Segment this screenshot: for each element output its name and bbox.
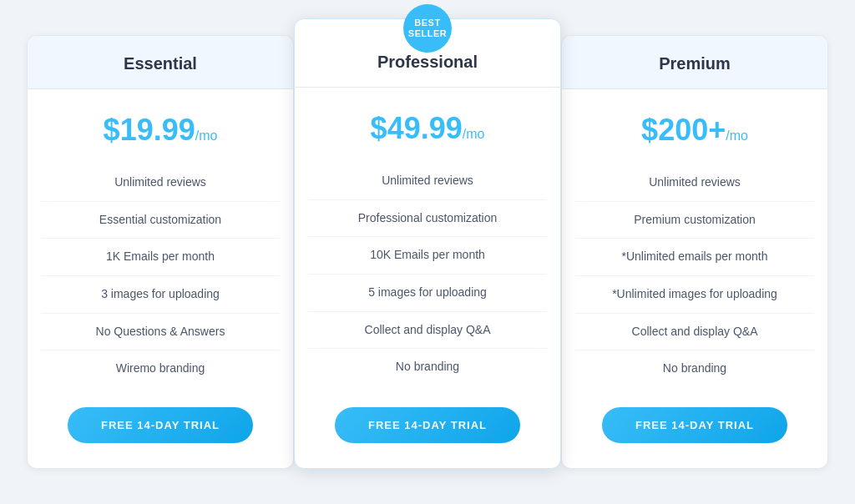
feature-item: *Unlimited emails per month [575, 239, 814, 276]
price-essential: $19.99 [104, 113, 195, 147]
feature-item: 5 images for uploading [308, 275, 547, 312]
feature-item: 3 images for uploading [41, 276, 280, 314]
feature-item: No Questions & Answers [41, 314, 280, 351]
feature-item: Professional customization [308, 200, 547, 238]
feature-item: Premium customization [575, 202, 814, 239]
feature-item: 10K Emails per month [308, 237, 547, 275]
feature-item: Unlimited reviews [308, 163, 547, 200]
features-list-professional: Unlimited reviewsProfessional customizat… [295, 163, 560, 387]
feature-item: No branding [575, 350, 814, 387]
cta-button-premium[interactable]: FREE 14-DAY TRIAL [602, 407, 787, 443]
feature-item: Collect and display Q&A [575, 314, 814, 351]
plan-name-premium: Premium [659, 54, 731, 73]
cta-button-professional[interactable]: FREE 14-DAY TRIAL [335, 407, 520, 443]
price-period-professional: /mo [463, 127, 485, 141]
card-header-premium: Premium [562, 36, 827, 89]
cta-section-essential: FREE 14-DAY TRIAL [28, 387, 293, 443]
price-professional: $49.99 [371, 111, 463, 145]
pricing-card-essential: Essential$19.99/moUnlimited reviewsEssen… [27, 35, 294, 469]
pricing-card-premium: Premium$200+/moUnlimited reviewsPremium … [561, 35, 828, 469]
cta-section-professional: FREE 14-DAY TRIAL [295, 387, 560, 443]
feature-item: No branding [308, 349, 547, 386]
pricing-card-professional: BESTSELLERProfessional$49.99/moUnlimited… [294, 18, 561, 469]
best-seller-badge: BESTSELLER [403, 4, 452, 53]
feature-item: 1K Emails per month [41, 239, 280, 276]
features-list-premium: Unlimited reviewsPremium customization*U… [562, 164, 827, 387]
feature-item: Wiremo branding [41, 350, 280, 387]
feature-item: Collect and display Q&A [308, 312, 547, 350]
card-header-essential: Essential [28, 36, 293, 89]
price-period-essential: /mo [195, 129, 218, 143]
cta-button-essential[interactable]: FREE 14-DAY TRIAL [68, 407, 253, 443]
feature-item: *Unlimited images for uploading [575, 276, 814, 314]
feature-item: Essential customization [41, 202, 280, 239]
plan-name-professional: Professional [377, 53, 478, 71]
plan-name-essential: Essential [124, 54, 197, 73]
cta-section-premium: FREE 14-DAY TRIAL [562, 387, 827, 443]
price-section-essential: $19.99/mo [87, 89, 235, 164]
feature-item: Unlimited reviews [575, 164, 814, 202]
price-section-premium: $200+/mo [625, 89, 765, 164]
price-section-professional: $49.99/mo [354, 88, 502, 163]
pricing-container: Essential$19.99/moUnlimited reviewsEssen… [27, 35, 828, 469]
features-list-essential: Unlimited reviewsEssential customization… [28, 164, 293, 387]
price-period-premium: /mo [726, 129, 748, 143]
price-premium: $200+ [641, 113, 726, 147]
feature-item: Unlimited reviews [41, 164, 280, 202]
